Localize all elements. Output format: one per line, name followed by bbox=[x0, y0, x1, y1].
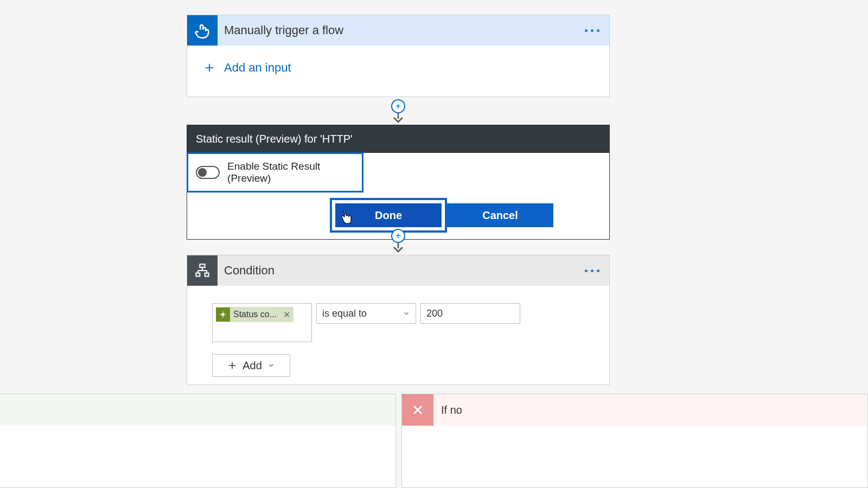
plus-icon bbox=[203, 62, 215, 74]
add-input-label: Add an input bbox=[224, 61, 291, 75]
if-yes-branch: es bbox=[0, 394, 396, 488]
if-yes-header[interactable]: es bbox=[0, 394, 395, 426]
condition-row: Status co... ✕ is equal to 200 bbox=[212, 303, 584, 342]
condition-title: Condition bbox=[224, 264, 585, 278]
if-no-branch: If no bbox=[401, 394, 868, 488]
toggle-label: Enable Static Result (Preview) bbox=[227, 160, 354, 184]
touch-icon bbox=[187, 15, 218, 46]
more-icon[interactable] bbox=[585, 29, 599, 32]
dynamic-content-icon bbox=[216, 307, 230, 322]
token-remove-icon[interactable]: ✕ bbox=[283, 310, 290, 320]
done-button[interactable]: Done bbox=[335, 203, 442, 227]
plus-icon bbox=[227, 361, 237, 370]
trigger-title: Manually trigger a flow bbox=[224, 23, 585, 37]
flow-canvas: Manually trigger a flow Add an input + S… bbox=[0, 0, 868, 488]
arrow-down-icon bbox=[393, 113, 404, 123]
condition-left-operand[interactable]: Status co... ✕ bbox=[212, 303, 312, 342]
button-row: Done Cancel bbox=[274, 198, 609, 233]
cancel-button[interactable]: Cancel bbox=[447, 203, 553, 227]
add-step-button-2[interactable]: + bbox=[391, 229, 405, 243]
add-condition-button[interactable]: Add bbox=[212, 354, 290, 377]
operator-label: is equal to bbox=[322, 308, 367, 319]
trigger-header[interactable]: Manually trigger a flow bbox=[187, 15, 609, 46]
svg-point-9 bbox=[221, 313, 225, 316]
static-result-header: Static result (Preview) for 'HTTP' bbox=[187, 125, 609, 153]
if-no-label: If no bbox=[441, 404, 462, 416]
connector-2: + bbox=[391, 229, 406, 253]
condition-header[interactable]: Condition bbox=[187, 255, 609, 286]
chevron-down-icon bbox=[403, 310, 410, 317]
condition-icon bbox=[187, 255, 218, 286]
static-result-panel: Static result (Preview) for 'HTTP' Enabl… bbox=[187, 125, 610, 240]
svg-rect-7 bbox=[196, 273, 200, 277]
condition-value: 200 bbox=[426, 308, 443, 319]
token-label: Status co... bbox=[233, 310, 277, 319]
static-result-body: Enable Static Result (Preview) Done Canc… bbox=[187, 153, 609, 239]
if-no-header[interactable]: If no bbox=[402, 394, 867, 426]
condition-value-input[interactable]: 200 bbox=[420, 303, 520, 324]
done-highlight: Done bbox=[330, 198, 447, 233]
chevron-down-icon bbox=[267, 362, 275, 369]
arrow-down-icon bbox=[393, 243, 404, 253]
condition-body: Status co... ✕ is equal to 200 bbox=[187, 286, 609, 394]
svg-rect-8 bbox=[205, 273, 209, 277]
toggle-switch[interactable] bbox=[196, 166, 220, 179]
condition-operator-select[interactable]: is equal to bbox=[316, 303, 416, 324]
add-step-button[interactable]: + bbox=[391, 99, 405, 113]
connector-1: + bbox=[391, 99, 406, 123]
add-label: Add bbox=[242, 359, 262, 372]
status-code-token[interactable]: Status co... ✕ bbox=[216, 307, 293, 322]
enable-static-result-row[interactable]: Enable Static Result (Preview) bbox=[187, 152, 363, 192]
condition-card: Condition Status co... ✕ is equal to bbox=[187, 255, 610, 385]
close-icon bbox=[402, 394, 433, 426]
svg-rect-2 bbox=[200, 264, 205, 267]
trigger-body: Add an input bbox=[187, 46, 609, 90]
add-input-button[interactable]: Add an input bbox=[203, 61, 593, 75]
trigger-card: Manually trigger a flow Add an input bbox=[187, 15, 610, 97]
more-icon[interactable] bbox=[585, 269, 599, 272]
